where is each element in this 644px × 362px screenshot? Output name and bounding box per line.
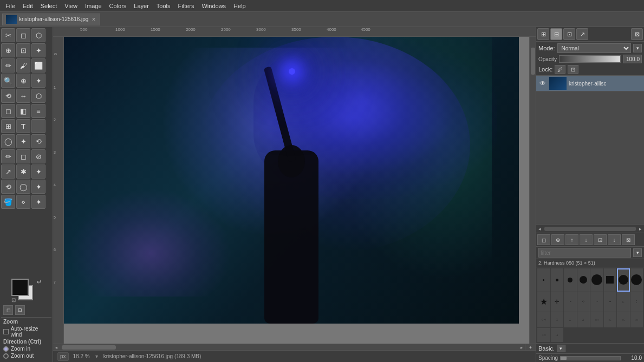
tool-by-color[interactable]: ⊡ xyxy=(16,43,30,57)
brush-selected-circle[interactable] xyxy=(617,268,630,292)
menu-colors[interactable]: Colors xyxy=(106,2,130,10)
auto-resize-checkbox[interactable] xyxy=(3,329,9,334)
lock-alpha-button[interactable]: ⊡ xyxy=(568,65,578,74)
menu-view[interactable]: View xyxy=(61,2,81,10)
reset-colors-icon[interactable]: ⊡ xyxy=(11,297,16,303)
brush-scatter15[interactable]: ⁘⁙ xyxy=(537,328,550,343)
tool-blend[interactable]: ⋄ xyxy=(16,195,30,209)
brush-cross1[interactable]: ✛ xyxy=(551,292,564,312)
tool-align[interactable]: ⊞ xyxy=(1,119,15,133)
brush-xlarge-dot[interactable] xyxy=(590,268,603,292)
brush-large-circle[interactable] xyxy=(630,268,643,292)
menu-file[interactable]: File xyxy=(2,2,18,10)
swap-colors-icon[interactable]: ⇄ xyxy=(37,279,41,285)
tool-text[interactable]: T xyxy=(16,119,30,133)
tool-iscissors[interactable]: ✦ xyxy=(16,134,30,148)
brush-category-dropdown[interactable]: ▾ xyxy=(557,345,565,352)
tool-eyedropper[interactable]: ✦ xyxy=(31,195,45,209)
tool-erase[interactable]: ⬜ xyxy=(31,58,45,73)
menu-select[interactable]: Select xyxy=(37,2,61,10)
brush-scatter13[interactable]: ⁙⁚ xyxy=(617,312,630,327)
raise-layer-button[interactable]: ↑ xyxy=(565,234,578,245)
tool-scissors[interactable]: ✂ xyxy=(1,28,15,42)
menu-tools[interactable]: Tools xyxy=(153,2,174,10)
layers-list[interactable]: 👁 kristopher-allisc xyxy=(536,76,644,224)
brush-scatter12[interactable]: ⁘⁚ xyxy=(604,312,617,327)
brush-star[interactable]: ★ xyxy=(537,292,550,312)
brush-square[interactable] xyxy=(604,268,617,292)
vertical-scroll-thumb[interactable] xyxy=(531,48,535,75)
anchor-layer-button[interactable]: ↓ xyxy=(608,234,621,245)
tool-move[interactable]: ✦ xyxy=(31,74,45,88)
brush-medium-dot[interactable] xyxy=(564,268,577,292)
tool-smudge[interactable]: ✦ xyxy=(31,164,45,179)
panel-icon-patterns[interactable]: ⊡ xyxy=(563,28,575,40)
panel-icon-images[interactable]: ⊞ xyxy=(537,28,549,40)
unit-selector[interactable]: px xyxy=(57,352,69,361)
quick-mask-icon[interactable]: ◻ xyxy=(3,305,13,315)
layer-visibility-toggle[interactable]: 👁 xyxy=(538,79,547,88)
brush-scatter9[interactable]: ⁚⁚ xyxy=(564,312,577,327)
tool-paint-select[interactable]: ⟲ xyxy=(31,134,45,148)
menu-image[interactable]: Image xyxy=(82,2,105,10)
tool-fuzzy-select[interactable]: ⊕ xyxy=(1,43,15,57)
delete-layer-button[interactable]: ⊠ xyxy=(622,234,635,245)
tool-scissors2[interactable]: ✦ xyxy=(31,43,45,57)
brush-scatter16[interactable]: ··⁝ xyxy=(551,328,564,343)
brush-scatter10[interactable]: ⁚⁝ xyxy=(577,312,590,327)
brush-scatter14[interactable]: ⁝⁙ xyxy=(630,312,643,327)
foreground-color-swatch[interactable] xyxy=(11,279,29,296)
panel-icon-gradients[interactable]: ↗ xyxy=(576,28,588,40)
tool-heal[interactable]: ◻ xyxy=(16,149,30,163)
duplicate-layer-button[interactable]: ⊡ xyxy=(594,234,607,245)
tool-burn[interactable]: ◯ xyxy=(16,180,30,194)
lower-layer-button[interactable]: ↓ xyxy=(580,234,593,245)
menu-edit[interactable]: Edit xyxy=(19,2,36,10)
tool-dodge[interactable]: ⟲ xyxy=(1,180,15,194)
layers-scroll-right[interactable]: ▸ xyxy=(637,226,644,232)
brush-filter-input[interactable] xyxy=(538,248,631,258)
quick-mask-off-icon[interactable]: ⊡ xyxy=(15,305,25,315)
mode-dropdown[interactable]: Normal xyxy=(557,43,631,53)
vertical-scrollbar[interactable] xyxy=(529,37,536,344)
tool-sharpen[interactable]: ✱ xyxy=(16,164,30,179)
tool-path[interactable]: ◯ xyxy=(1,134,15,148)
zoom-out-option[interactable]: Zoom out xyxy=(3,353,49,359)
zoom-in-radio[interactable] xyxy=(3,346,9,352)
tool-extra1[interactable] xyxy=(31,119,45,133)
layer-item[interactable]: 👁 kristopher-allisc xyxy=(536,76,644,91)
tool-perspective[interactable]: ◧ xyxy=(16,104,30,118)
menu-help[interactable]: Help xyxy=(230,2,249,10)
horizontal-scrollbar[interactable] xyxy=(60,344,518,350)
brush-large-dot[interactable] xyxy=(577,268,590,292)
opacity-slider[interactable] xyxy=(559,55,621,63)
brush-scatter1[interactable]: ·· xyxy=(564,292,577,312)
brush-scatter4[interactable]: ··· xyxy=(604,292,617,312)
zoom-out-radio[interactable] xyxy=(3,353,9,359)
layers-scroll-thumb[interactable] xyxy=(544,227,636,231)
tool-pencil[interactable]: ✏ xyxy=(1,58,15,73)
brush-scatter3[interactable]: ·· xyxy=(590,292,603,312)
tool-bucket[interactable]: 🪣 xyxy=(1,195,15,209)
tab-close-button[interactable]: × xyxy=(90,16,96,23)
brush-small-dot[interactable] xyxy=(551,268,564,292)
tool-measure[interactable]: ⊕ xyxy=(16,74,30,88)
tool-crop[interactable]: ◻ xyxy=(1,104,15,118)
tool-scale[interactable]: ↔ xyxy=(16,89,30,103)
tool-clone[interactable]: ✏ xyxy=(1,149,15,163)
brush-scatter11[interactable]: ⁙⁘ xyxy=(590,312,603,327)
brush-scatter8[interactable]: ⁙ xyxy=(551,312,564,327)
spacing-slider[interactable] xyxy=(560,356,621,360)
tool-rotate[interactable]: ⟲ xyxy=(1,89,15,103)
panel-icon-config[interactable]: ⊠ xyxy=(631,28,643,40)
tool-paintbrush[interactable]: 🖌 xyxy=(16,58,30,73)
tool-flip[interactable]: ≡ xyxy=(31,104,45,118)
new-layer-button[interactable]: ⊕ xyxy=(551,234,564,245)
menu-windows[interactable]: Windows xyxy=(198,2,229,10)
canvas-viewport[interactable] xyxy=(64,37,536,344)
menu-layer[interactable]: Layer xyxy=(131,2,152,10)
tool-shear[interactable]: ⬡ xyxy=(31,89,45,103)
tool-blur[interactable]: ↗ xyxy=(1,164,15,179)
tool-zoom[interactable]: 🔍 xyxy=(1,74,15,88)
lock-pixels-button[interactable]: 🖊 xyxy=(555,65,565,74)
